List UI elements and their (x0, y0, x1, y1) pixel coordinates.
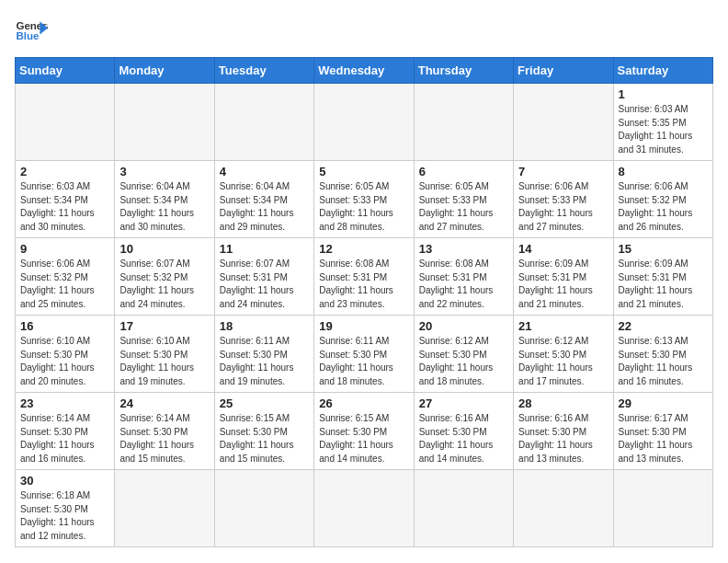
day-info: Sunrise: 6:09 AMSunset: 5:31 PMDaylight:… (518, 258, 608, 311)
day-info: Sunrise: 6:03 AMSunset: 5:35 PMDaylight:… (619, 103, 708, 156)
day-info: Sunrise: 6:09 AMSunset: 5:31 PMDaylight:… (619, 258, 708, 311)
day-number: 8 (619, 165, 708, 178)
calendar-cell: 17Sunrise: 6:10 AMSunset: 5:30 PMDayligh… (115, 316, 214, 393)
day-info: Sunrise: 6:16 AMSunset: 5:30 PMDaylight:… (419, 412, 508, 465)
calendar-cell: 19Sunrise: 6:11 AMSunset: 5:30 PMDayligh… (314, 316, 414, 393)
calendar-cell (514, 84, 613, 161)
weekday-header-tuesday: Tuesday (214, 58, 313, 84)
calendar: SundayMondayTuesdayWednesdayThursdayFrid… (15, 57, 713, 547)
weekday-header-monday: Monday (115, 58, 214, 84)
day-number: 25 (220, 396, 309, 410)
calendar-week-row: 2Sunrise: 6:03 AMSunset: 5:34 PMDaylight… (16, 161, 713, 238)
calendar-cell: 28Sunrise: 6:16 AMSunset: 5:30 PMDayligh… (514, 393, 613, 470)
day-info: Sunrise: 6:14 AMSunset: 5:30 PMDaylight:… (119, 412, 209, 465)
calendar-cell (314, 84, 414, 161)
day-number: 29 (619, 396, 708, 410)
day-info: Sunrise: 6:06 AMSunset: 5:32 PMDaylight:… (619, 180, 708, 234)
day-number: 7 (518, 165, 608, 178)
calendar-cell (514, 470, 613, 547)
calendar-cell: 22Sunrise: 6:13 AMSunset: 5:30 PMDayligh… (613, 316, 712, 393)
day-info: Sunrise: 6:18 AMSunset: 5:30 PMDaylight:… (20, 489, 109, 543)
day-number: 16 (20, 319, 109, 333)
day-number: 12 (319, 242, 408, 256)
day-info: Sunrise: 6:10 AMSunset: 5:30 PMDaylight:… (119, 335, 209, 388)
calendar-cell: 26Sunrise: 6:15 AMSunset: 5:30 PMDayligh… (314, 393, 414, 470)
calendar-cell: 10Sunrise: 6:07 AMSunset: 5:32 PMDayligh… (115, 238, 214, 316)
calendar-cell (115, 84, 214, 161)
day-info: Sunrise: 6:05 AMSunset: 5:33 PMDaylight:… (319, 180, 408, 234)
day-info: Sunrise: 6:08 AMSunset: 5:31 PMDaylight:… (319, 258, 408, 311)
day-number: 6 (419, 165, 508, 178)
calendar-cell: 11Sunrise: 6:07 AMSunset: 5:31 PMDayligh… (214, 238, 313, 316)
day-number: 19 (319, 319, 408, 333)
calendar-cell: 14Sunrise: 6:09 AMSunset: 5:31 PMDayligh… (514, 238, 613, 316)
day-number: 11 (220, 242, 309, 256)
svg-text:Blue: Blue (16, 30, 40, 41)
day-number: 9 (20, 242, 109, 256)
calendar-week-row: 9Sunrise: 6:06 AMSunset: 5:32 PMDaylight… (16, 238, 713, 316)
calendar-cell (115, 470, 214, 547)
calendar-cell: 5Sunrise: 6:05 AMSunset: 5:33 PMDaylight… (314, 161, 414, 238)
day-number: 17 (119, 319, 209, 333)
day-number: 13 (419, 242, 508, 256)
day-info: Sunrise: 6:07 AMSunset: 5:31 PMDaylight:… (220, 258, 309, 311)
calendar-cell: 15Sunrise: 6:09 AMSunset: 5:31 PMDayligh… (613, 238, 712, 316)
day-info: Sunrise: 6:11 AMSunset: 5:30 PMDaylight:… (220, 335, 309, 388)
calendar-cell: 8Sunrise: 6:06 AMSunset: 5:32 PMDaylight… (613, 161, 712, 238)
header: General Blue (15, 15, 713, 48)
calendar-cell: 13Sunrise: 6:08 AMSunset: 5:31 PMDayligh… (414, 238, 513, 316)
weekday-header-friday: Friday (514, 58, 613, 84)
weekday-header-sunday: Sunday (16, 58, 115, 84)
calendar-week-row: 16Sunrise: 6:10 AMSunset: 5:30 PMDayligh… (16, 316, 713, 393)
day-info: Sunrise: 6:04 AMSunset: 5:34 PMDaylight:… (119, 180, 209, 234)
calendar-cell: 1Sunrise: 6:03 AMSunset: 5:35 PMDaylight… (613, 84, 712, 161)
day-number: 21 (518, 319, 608, 333)
calendar-cell (214, 470, 313, 547)
calendar-cell: 4Sunrise: 6:04 AMSunset: 5:34 PMDaylight… (214, 161, 313, 238)
calendar-week-row: 23Sunrise: 6:14 AMSunset: 5:30 PMDayligh… (16, 393, 713, 470)
day-number: 15 (619, 242, 708, 256)
day-number: 14 (518, 242, 608, 256)
weekday-header-row: SundayMondayTuesdayWednesdayThursdayFrid… (16, 58, 713, 84)
weekday-header-wednesday: Wednesday (314, 58, 414, 84)
day-info: Sunrise: 6:12 AMSunset: 5:30 PMDaylight:… (419, 335, 508, 388)
day-info: Sunrise: 6:06 AMSunset: 5:32 PMDaylight:… (20, 258, 109, 311)
weekday-header-saturday: Saturday (613, 58, 712, 84)
day-number: 20 (419, 319, 508, 333)
day-info: Sunrise: 6:08 AMSunset: 5:31 PMDaylight:… (419, 258, 508, 311)
calendar-cell: 18Sunrise: 6:11 AMSunset: 5:30 PMDayligh… (214, 316, 313, 393)
weekday-header-thursday: Thursday (414, 58, 513, 84)
calendar-cell (414, 84, 513, 161)
calendar-cell: 20Sunrise: 6:12 AMSunset: 5:30 PMDayligh… (414, 316, 513, 393)
calendar-cell: 30Sunrise: 6:18 AMSunset: 5:30 PMDayligh… (16, 470, 115, 547)
day-number: 10 (119, 242, 209, 256)
day-info: Sunrise: 6:05 AMSunset: 5:33 PMDaylight:… (419, 180, 508, 234)
calendar-cell: 29Sunrise: 6:17 AMSunset: 5:30 PMDayligh… (613, 393, 712, 470)
calendar-cell: 16Sunrise: 6:10 AMSunset: 5:30 PMDayligh… (16, 316, 115, 393)
day-number: 23 (20, 396, 109, 410)
calendar-week-row: 1Sunrise: 6:03 AMSunset: 5:35 PMDaylight… (16, 84, 713, 161)
day-number: 2 (20, 165, 109, 178)
calendar-cell: 23Sunrise: 6:14 AMSunset: 5:30 PMDayligh… (16, 393, 115, 470)
calendar-cell (214, 84, 313, 161)
calendar-cell: 3Sunrise: 6:04 AMSunset: 5:34 PMDaylight… (115, 161, 214, 238)
calendar-cell: 27Sunrise: 6:16 AMSunset: 5:30 PMDayligh… (414, 393, 513, 470)
day-number: 27 (419, 396, 508, 410)
day-info: Sunrise: 6:16 AMSunset: 5:30 PMDaylight:… (518, 412, 608, 465)
calendar-cell: 21Sunrise: 6:12 AMSunset: 5:30 PMDayligh… (514, 316, 613, 393)
day-number: 5 (319, 165, 408, 178)
day-number: 3 (119, 165, 209, 178)
calendar-cell: 7Sunrise: 6:06 AMSunset: 5:33 PMDaylight… (514, 161, 613, 238)
calendar-cell (314, 470, 414, 547)
day-info: Sunrise: 6:04 AMSunset: 5:34 PMDaylight:… (220, 180, 309, 234)
calendar-cell (16, 84, 115, 161)
calendar-cell: 25Sunrise: 6:15 AMSunset: 5:30 PMDayligh… (214, 393, 313, 470)
calendar-cell: 12Sunrise: 6:08 AMSunset: 5:31 PMDayligh… (314, 238, 414, 316)
calendar-week-row: 30Sunrise: 6:18 AMSunset: 5:30 PMDayligh… (16, 470, 713, 547)
day-info: Sunrise: 6:17 AMSunset: 5:30 PMDaylight:… (619, 412, 708, 465)
day-number: 24 (119, 396, 209, 410)
day-info: Sunrise: 6:12 AMSunset: 5:30 PMDaylight:… (518, 335, 608, 388)
day-info: Sunrise: 6:15 AMSunset: 5:30 PMDaylight:… (220, 412, 309, 465)
calendar-cell (613, 470, 712, 547)
day-info: Sunrise: 6:10 AMSunset: 5:30 PMDaylight:… (20, 335, 109, 388)
